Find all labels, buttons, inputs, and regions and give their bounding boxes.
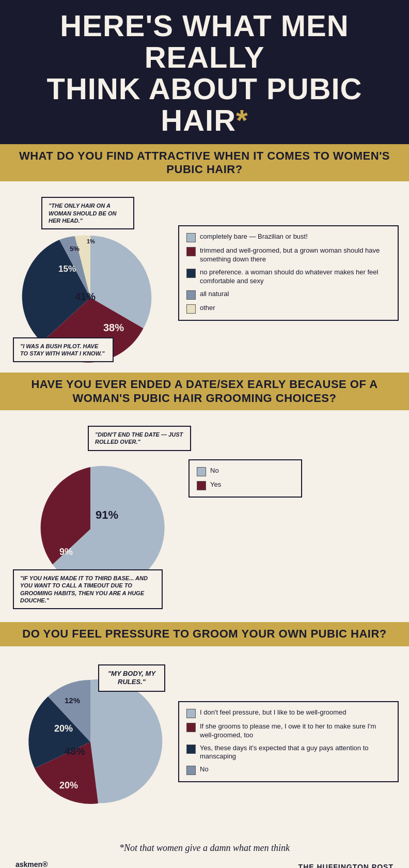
legend-label-no: No	[210, 467, 219, 475]
section1-chart-section: "The only hair on a woman should be on h…	[0, 181, 409, 373]
legend-item-yes: Yes	[197, 481, 294, 490]
label-48: 48%	[65, 746, 85, 757]
legend-label-3-1: I don't feel pressure, but I like to be …	[200, 708, 347, 717]
chart2-pie: "Didn't end the date — just rolled over.…	[10, 426, 181, 607]
label-12: 12%	[65, 696, 80, 705]
label-9: 9%	[59, 547, 73, 557]
legend-item-3-2: If she grooms to please me, I owe it to …	[186, 722, 390, 740]
legend-item-3: no preference. a woman should do whateve…	[186, 268, 390, 286]
legend-item-no: No	[197, 467, 294, 476]
legend-label-yes: Yes	[210, 481, 221, 489]
legend-label-4: all natural	[200, 290, 229, 299]
legend-item-5: other	[186, 304, 390, 314]
label-38: 38%	[103, 322, 124, 333]
label-91: 91%	[96, 508, 118, 521]
swatch-4	[186, 290, 196, 300]
swatch-no	[197, 467, 206, 476]
legend-label-1: completely bare — Brazilian or bust!	[200, 233, 308, 241]
section1-header: What do you find attractive when it come…	[0, 144, 409, 182]
legend-item-1: completely bare — Brazilian or bust!	[186, 233, 390, 242]
legend-item-3-1: I don't feel pressure, but I like to be …	[186, 708, 390, 718]
legend-label-3-3: Yes, these days it's expected that a guy…	[200, 744, 390, 762]
label-5: 5%	[70, 245, 80, 253]
chart3-quote-top: "My body, my rules."	[98, 664, 165, 692]
swatch-1	[186, 233, 196, 242]
footer-note-text: *Not that women give a damn what men thi…	[119, 843, 290, 853]
swatch-2	[186, 247, 196, 256]
askmen-logo: askmen® BECOME A BETTER MAN	[15, 860, 71, 868]
legend-label-2: trimmed and well-groomed, but a grown wo…	[200, 246, 390, 264]
label-20a: 20%	[59, 780, 78, 791]
section3-chart-section: "My body, my rules."	[0, 646, 409, 838]
swatch-3-1	[186, 709, 196, 718]
section3-question: Do you feel pressure to groom your own p…	[10, 627, 399, 641]
footer-note: *Not that women give a damn what men thi…	[0, 838, 409, 856]
swatch-yes	[197, 481, 206, 490]
legend-label-5: other	[200, 304, 215, 313]
chart1-quote-bottom: "I was a bush pilot. Have to stay with w…	[13, 337, 114, 363]
swatch-3-2	[186, 723, 196, 732]
swatch-5	[186, 304, 196, 314]
swatch-3-3	[186, 745, 196, 754]
asterisk: *	[236, 103, 248, 137]
swatch-3	[186, 269, 196, 278]
chart2-quote-bottom: "If you have made it to third base... an…	[13, 569, 163, 609]
huffpost-logo: THE HUFFINGTON POST	[298, 863, 394, 868]
legend-item-3-4: No	[186, 765, 390, 775]
chart1-legend: completely bare — Brazilian or bust! tri…	[178, 225, 399, 321]
section2-chart-section: "Didn't end the date — just rolled over.…	[0, 410, 409, 622]
section3-header: Do you feel pressure to groom your own p…	[0, 622, 409, 646]
chart2-quote-top: "Didn't end the date — just rolled over.…	[88, 426, 191, 451]
chart1-quote-top: "The only hair on a woman should be on h…	[41, 197, 134, 229]
legend-item-3-3: Yes, these days it's expected that a guy…	[186, 744, 390, 762]
swatch-3-4	[186, 766, 196, 775]
legend-item-2: trimmed and well-groomed, but a grown wo…	[186, 246, 390, 264]
section2-header: Have you ever ended a date/sex early bec…	[0, 373, 409, 410]
legend-label-3-4: No	[200, 765, 209, 774]
label-15: 15%	[58, 264, 76, 274]
legend-item-4: all natural	[186, 290, 390, 300]
header: Here's What Men ReallyThink About Pubic …	[0, 0, 409, 144]
legend-label-3: no preference. a woman should do whateve…	[200, 268, 390, 286]
legend-label-3-2: If she grooms to please me, I owe it to …	[200, 722, 390, 740]
main-title: Here's What Men ReallyThink About Pubic …	[15, 10, 394, 136]
chart3-pie: "My body, my rules."	[10, 662, 170, 822]
footer-logos: askmen® BECOME A BETTER MAN THE HUFFINGT…	[0, 856, 409, 868]
label-20b: 20%	[54, 723, 73, 734]
chart2-legend: No Yes	[188, 459, 302, 498]
askmen-logo-text: askmen®	[15, 860, 71, 868]
label-1: 1%	[87, 238, 95, 244]
page: Here's What Men ReallyThink About Pubic …	[0, 0, 409, 868]
label-41: 41%	[75, 291, 96, 302]
chart3-legend: I don't feel pressure, but I like to be …	[178, 701, 399, 783]
section1-question: What do you find attractive when it come…	[10, 149, 399, 177]
chart1-pie: "The only hair on a woman should be on h…	[10, 197, 170, 357]
section2-question: Have you ever ended a date/sex early bec…	[10, 378, 399, 405]
